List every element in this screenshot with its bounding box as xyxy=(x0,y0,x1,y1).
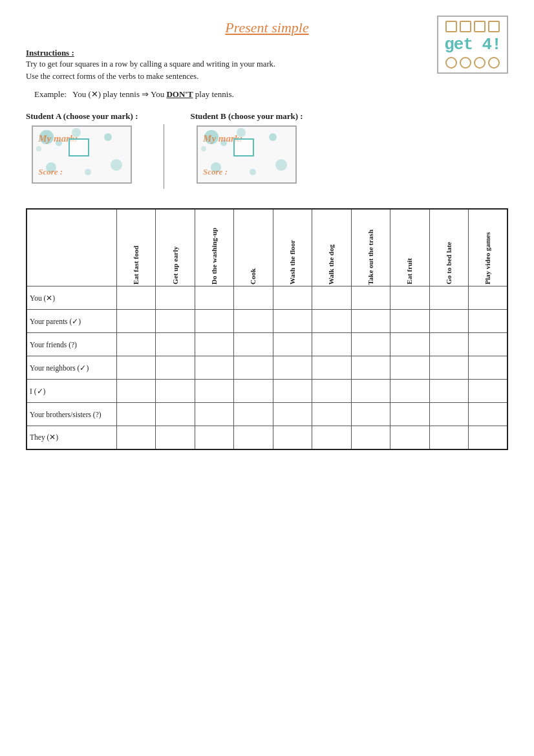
cell-3-8[interactable] xyxy=(429,356,468,380)
cell-6-0[interactable] xyxy=(117,426,156,449)
cell-5-8[interactable] xyxy=(429,403,468,426)
instructions-section: Instructions : Try to get four squares i… xyxy=(26,48,508,83)
cell-1-3[interactable] xyxy=(234,310,273,333)
cell-6-6[interactable] xyxy=(351,426,390,449)
col-label-get-up-early: Get up early xyxy=(171,246,180,285)
cell-0-5[interactable] xyxy=(312,286,351,310)
cell-1-7[interactable] xyxy=(390,310,429,333)
cell-4-9[interactable] xyxy=(468,380,507,403)
cell-6-7[interactable] xyxy=(390,426,429,449)
cell-4-3[interactable] xyxy=(234,380,273,403)
cell-2-5[interactable] xyxy=(312,333,351,356)
student-a-mark-box[interactable] xyxy=(69,138,89,157)
cell-6-4[interactable] xyxy=(273,426,312,449)
instruction-line-1: Try to get four squares in a row by call… xyxy=(26,59,275,69)
main-table: Eat fast food Get up early Do the washin… xyxy=(26,208,508,450)
cell-6-3[interactable] xyxy=(234,426,273,449)
cell-5-4[interactable] xyxy=(273,403,312,426)
cell-2-7[interactable] xyxy=(390,333,429,356)
cell-3-5[interactable] xyxy=(312,356,351,380)
cell-2-1[interactable] xyxy=(156,333,195,356)
cell-0-3[interactable] xyxy=(234,286,273,310)
cell-1-8[interactable] xyxy=(429,310,468,333)
cell-6-9[interactable] xyxy=(468,426,507,449)
cell-4-6[interactable] xyxy=(351,380,390,403)
cell-6-8[interactable] xyxy=(429,426,468,449)
cell-1-0[interactable] xyxy=(117,310,156,333)
cell-5-3[interactable] xyxy=(234,403,273,426)
cell-1-6[interactable] xyxy=(351,310,390,333)
cell-4-4[interactable] xyxy=(273,380,312,403)
cell-4-0[interactable] xyxy=(117,380,156,403)
col-label-washing-up: Do the washing-up xyxy=(210,228,219,285)
cell-1-1[interactable] xyxy=(156,310,195,333)
cell-4-5[interactable] xyxy=(312,380,351,403)
cell-4-7[interactable] xyxy=(390,380,429,403)
example-dont: DON'T xyxy=(166,89,193,99)
cell-5-0[interactable] xyxy=(117,403,156,426)
student-b-score: Score : xyxy=(203,167,228,177)
cell-3-4[interactable] xyxy=(273,356,312,380)
cell-0-6[interactable] xyxy=(351,286,390,310)
cell-1-5[interactable] xyxy=(312,310,351,333)
cell-3-7[interactable] xyxy=(390,356,429,380)
cell-4-8[interactable] xyxy=(429,380,468,403)
row-label-2: Your friends (?) xyxy=(27,333,117,356)
cell-0-4[interactable] xyxy=(273,286,312,310)
cell-1-4[interactable] xyxy=(273,310,312,333)
col-header-go-to-bed: Go to bed late xyxy=(429,209,468,286)
cell-0-7[interactable] xyxy=(390,286,429,310)
cell-2-9[interactable] xyxy=(468,333,507,356)
cell-0-9[interactable] xyxy=(468,286,507,310)
student-a-label: Student A (choose your mark) : xyxy=(26,111,138,122)
get4-square-1 xyxy=(445,21,457,32)
cell-4-1[interactable] xyxy=(156,380,195,403)
cell-2-4[interactable] xyxy=(273,333,312,356)
cell-2-6[interactable] xyxy=(351,333,390,356)
col-header-get-up-early: Get up early xyxy=(156,209,195,286)
cell-2-3[interactable] xyxy=(234,333,273,356)
cell-5-2[interactable] xyxy=(195,403,233,426)
cell-0-1[interactable] xyxy=(156,286,195,310)
cell-5-1[interactable] xyxy=(156,403,195,426)
example-prefix: Example: xyxy=(34,89,67,99)
cell-0-0[interactable] xyxy=(117,286,156,310)
cell-3-0[interactable] xyxy=(117,356,156,380)
cell-2-0[interactable] xyxy=(117,333,156,356)
col-header-washing-up: Do the washing-up xyxy=(195,209,233,286)
cell-0-8[interactable] xyxy=(429,286,468,310)
col-header-walk-dog: Walk the dog xyxy=(312,209,351,286)
example-text1: You (✕) play tennis ⇒ You xyxy=(72,89,166,99)
col-header-take-out-trash: Take out the trash xyxy=(351,209,390,286)
cell-1-2[interactable] xyxy=(195,310,233,333)
cell-6-2[interactable] xyxy=(195,426,233,449)
cell-5-7[interactable] xyxy=(390,403,429,426)
col-header-cook: Cook xyxy=(234,209,273,286)
get4-circle-2 xyxy=(460,57,471,69)
get4-badge: get 4! xyxy=(437,16,508,74)
cell-1-9[interactable] xyxy=(468,310,507,333)
row-label-0: You (✕) xyxy=(27,286,117,310)
instructions-title: Instructions : xyxy=(26,48,508,58)
cell-3-2[interactable] xyxy=(195,356,233,380)
cell-3-9[interactable] xyxy=(468,356,507,380)
cell-5-9[interactable] xyxy=(468,403,507,426)
cell-3-6[interactable] xyxy=(351,356,390,380)
student-b-block: Student B (choose your mark) : My mark: … xyxy=(190,111,303,184)
cell-6-5[interactable] xyxy=(312,426,351,449)
col-label-cook: Cook xyxy=(249,268,257,285)
table-row: They (✕) xyxy=(27,426,507,449)
cell-3-1[interactable] xyxy=(156,356,195,380)
cell-5-6[interactable] xyxy=(351,403,390,426)
student-b-mark-box[interactable] xyxy=(233,138,254,157)
cell-2-2[interactable] xyxy=(195,333,233,356)
col-label-take-out-trash: Take out the trash xyxy=(367,230,375,285)
cell-6-1[interactable] xyxy=(156,426,195,449)
cell-2-8[interactable] xyxy=(429,333,468,356)
cell-4-2[interactable] xyxy=(195,380,233,403)
col-header-play-video: Play video games xyxy=(468,209,507,286)
row-label-5: Your brothers/sisters (?) xyxy=(27,403,117,426)
cell-0-2[interactable] xyxy=(195,286,233,310)
cell-3-3[interactable] xyxy=(234,356,273,380)
cell-5-5[interactable] xyxy=(312,403,351,426)
